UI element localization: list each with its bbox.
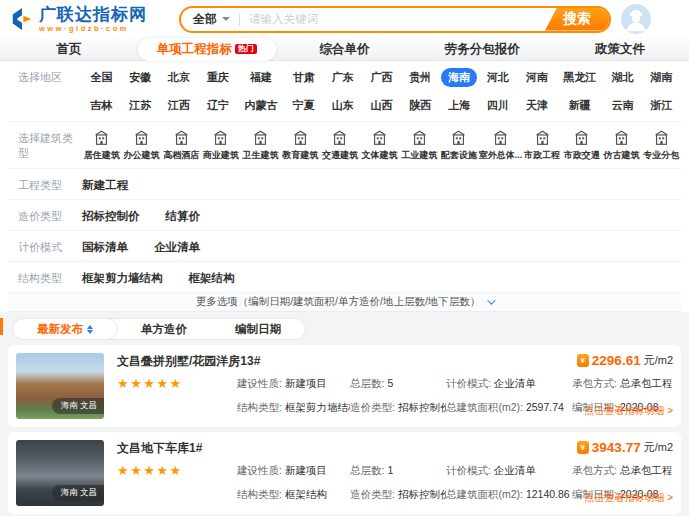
sort-tab[interactable]: 单方造价 (117, 318, 211, 340)
field-label: 总建筑面积(m2): (446, 401, 523, 413)
filter-option[interactable]: 招标控制价 (82, 209, 140, 224)
building-type-option[interactable]: 办公建筑 (122, 129, 162, 162)
view-detail-link[interactable]: 点击查看指标明细 > (584, 404, 673, 418)
hospital-building-icon (252, 129, 269, 146)
region-option[interactable]: 山东 (325, 96, 361, 115)
building-type-option[interactable]: 工业建筑 (399, 129, 439, 162)
region-option[interactable]: 全国 (83, 68, 119, 87)
chevron-down-icon (222, 17, 230, 21)
building-type-option[interactable]: 专业分包 (641, 129, 681, 162)
nav-tab-label: 综合单价 (319, 42, 369, 56)
region-option[interactable]: 广西 (363, 68, 399, 87)
building-type-option[interactable]: 卫生建筑 (241, 129, 281, 162)
sort-tab-label: 最新发布 (37, 319, 83, 339)
sort-tab[interactable]: 最新发布 (12, 318, 118, 340)
nav-tab[interactable]: 首页 (0, 38, 138, 61)
nav-tab[interactable]: 政策文件 (551, 38, 689, 61)
region-option[interactable]: 安徽 (122, 68, 158, 87)
nav-tab-label: 首页 (56, 42, 81, 56)
building-type-label: 市政工程 (524, 149, 560, 162)
site-logo[interactable]: 广联达指标网 www·gldzb·com (10, 6, 147, 33)
building-type-option[interactable]: 居住建筑 (82, 129, 122, 162)
region-option[interactable]: 吉林 (83, 96, 119, 115)
location-tag: 海南 文昌 (52, 398, 104, 414)
region-option[interactable]: 黑龙江 (556, 68, 603, 87)
region-option[interactable]: 贵州 (402, 68, 438, 87)
listing-title[interactable]: 文昌地下车库1# (117, 440, 202, 457)
search-category-dropdown[interactable]: 全部 (193, 11, 230, 28)
field-value: 招标控制价 (398, 401, 446, 413)
sort-tab[interactable]: 编制日期 (211, 318, 305, 340)
region-option[interactable]: 江苏 (122, 96, 158, 115)
region-option[interactable]: 江西 (161, 96, 197, 115)
region-option[interactable]: 辽宁 (200, 96, 236, 115)
region-option[interactable]: 河北 (480, 68, 516, 87)
building-type-option[interactable]: 市政工程 (522, 129, 562, 162)
filter-label: 工程类型 (18, 176, 82, 193)
filter-option[interactable]: 框架结构 (189, 271, 235, 286)
region-option[interactable]: 北京 (161, 68, 197, 87)
nav-tab[interactable]: 单项工程指标热门 (138, 38, 276, 61)
building-type-option[interactable]: 教育建筑 (280, 129, 320, 162)
region-option[interactable]: 河南 (519, 68, 555, 87)
building-type-label: 卫生建筑 (243, 149, 279, 162)
region-option[interactable]: 内蒙古 (237, 96, 284, 115)
region-option[interactable]: 重庆 (200, 68, 236, 87)
region-option[interactable]: 浙江 (644, 96, 680, 115)
listing-title[interactable]: 文昌叠拼别墅/花园洋房13# (117, 353, 260, 370)
listing-thumbnail[interactable]: 海南 文昌 (16, 440, 104, 506)
listing-field: 总建筑面积(m2):2597.74 (446, 401, 572, 415)
filter-options: 国标清单企业清单 (82, 238, 200, 255)
building-type-option[interactable]: 交通建筑 (320, 129, 360, 162)
region-option[interactable]: 山西 (363, 96, 399, 115)
filter-option[interactable]: 框架剪力墙结构 (82, 271, 163, 286)
filter-option[interactable]: 结算价 (166, 209, 201, 224)
filter-option[interactable]: 新建工程 (82, 178, 128, 193)
field-label: 结构类型: (237, 401, 282, 413)
building-type-option[interactable]: 室外总体... (479, 129, 523, 162)
listing-card[interactable]: 海南 文昌 文昌叠拼别墅/花园洋房13# 2296.61 元/m2 ★★★★★ (8, 345, 681, 427)
residential-building-icon (93, 129, 110, 146)
search-button[interactable]: 搜索 (545, 8, 609, 31)
site-url: www·gldzb·com (39, 24, 147, 33)
region-option[interactable]: 甘肃 (286, 68, 322, 87)
region-option[interactable]: 四川 (480, 96, 516, 115)
region-option[interactable]: 宁夏 (286, 96, 322, 115)
region-option[interactable]: 海南 (441, 68, 477, 87)
option-filter-row: 工程类型 新建工程 (8, 169, 681, 200)
region-option[interactable]: 陕西 (402, 96, 438, 115)
region-option[interactable]: 云南 (605, 96, 641, 115)
nav-tab[interactable]: 综合单价 (276, 38, 414, 61)
filter-option[interactable]: 国标清单 (82, 240, 128, 255)
region-option[interactable]: 新疆 (562, 96, 598, 115)
region-option[interactable]: 福建 (243, 68, 279, 87)
nav-tab[interactable]: 劳务分包报价 (413, 38, 551, 61)
region-option[interactable]: 上海 (441, 96, 477, 115)
field-value: 新建项目 (285, 377, 327, 389)
view-detail-link[interactable]: 点击查看指标明细 > (584, 491, 673, 505)
listing-card[interactable]: 海南 文昌 文昌地下车库1# 3943.77 元/m2 ★★★★★ (8, 432, 681, 514)
field-label: 承包方式: (572, 464, 617, 476)
listing-thumbnail[interactable]: 海南 文昌 (16, 353, 104, 419)
building-type-option[interactable]: 市政交通 (562, 129, 602, 162)
listing-field: 结构类型:框架剪力墙结构 (237, 401, 350, 415)
building-type-option[interactable]: 文体建筑 (360, 129, 400, 162)
building-type-option[interactable]: 配套设施 (439, 129, 479, 162)
region-option[interactable]: 广东 (325, 68, 361, 87)
building-type-option[interactable]: 仿古建筑 (602, 129, 642, 162)
building-type-option[interactable]: 高档酒店 (161, 129, 201, 162)
search-bar: 全部 搜索 (179, 6, 611, 33)
building-type-label: 文体建筑 (362, 149, 398, 162)
price-value: 3943.77 (592, 440, 641, 455)
option-filter-row: 造价类型 招标控制价结算价 (8, 200, 681, 231)
more-options-toggle[interactable]: 更多选项（编制日期/建筑面积/单方造价/地上层数/地下层数） (8, 293, 681, 312)
region-option[interactable]: 天津 (519, 96, 555, 115)
price-unit: 元/m2 (644, 353, 673, 368)
field-value: 招标控制价 (398, 488, 446, 500)
region-option[interactable]: 湖北 (605, 68, 641, 87)
user-avatar[interactable] (621, 4, 651, 34)
gld-logo-icon (10, 7, 34, 31)
filter-option[interactable]: 企业清单 (154, 240, 200, 255)
building-type-option[interactable]: 商业建筑 (201, 129, 241, 162)
region-option[interactable]: 湖南 (644, 68, 680, 87)
